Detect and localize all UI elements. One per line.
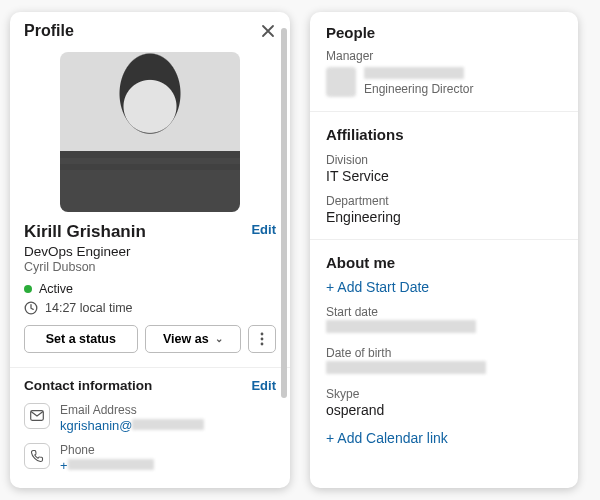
phone-icon: [24, 443, 50, 469]
email-value[interactable]: kgrishanin@: [60, 418, 204, 433]
view-as-button[interactable]: View as ⌄: [145, 325, 241, 353]
manager-row[interactable]: Engineering Director: [326, 67, 562, 97]
svg-point-2: [261, 337, 264, 340]
phone-label: Phone: [60, 443, 154, 457]
divider: [310, 239, 578, 240]
contact-phone: Phone +: [24, 443, 276, 473]
divider: [10, 367, 290, 368]
profile-panel: Profile Kirill Grishanin Edit DevOps Eng…: [10, 12, 290, 488]
presence-dot-icon: [24, 285, 32, 293]
local-time-text: 14:27 local time: [45, 301, 133, 315]
local-time-row: 14:27 local time: [24, 301, 276, 315]
view-as-label: View as: [163, 332, 209, 346]
svg-point-3: [261, 342, 264, 345]
details-panel: People Manager Engineering Director Affi…: [310, 12, 578, 488]
skype-field: Skype osperand: [326, 387, 562, 418]
email-label: Email Address: [60, 403, 204, 417]
start-date-label: Start date: [326, 305, 562, 319]
job-title: DevOps Engineer: [24, 244, 276, 259]
about-section-title: About me: [326, 254, 562, 271]
division-value: IT Service: [326, 168, 562, 184]
manager-role: Engineering Director: [364, 82, 473, 96]
people-section-title: People: [326, 24, 562, 41]
panel-title: Profile: [24, 22, 74, 40]
start-date-field: Start date: [326, 305, 562, 336]
manager-label: Manager: [326, 49, 562, 63]
scrollbar[interactable]: [281, 28, 287, 398]
profile-avatar[interactable]: [60, 52, 240, 212]
kebab-icon: [260, 332, 264, 346]
start-date-value: [326, 320, 562, 336]
panel-header: Profile: [10, 12, 290, 48]
department-value: Engineering: [326, 209, 562, 225]
svg-point-1: [261, 332, 264, 335]
phone-value[interactable]: +: [60, 458, 154, 473]
set-status-button[interactable]: Set a status: [24, 325, 138, 353]
dob-value: [326, 361, 562, 377]
edit-profile-link[interactable]: Edit: [251, 222, 276, 237]
add-start-date-link[interactable]: + Add Start Date: [326, 279, 562, 295]
edit-contact-link[interactable]: Edit: [251, 378, 276, 393]
more-actions-button[interactable]: [248, 325, 276, 353]
skype-value: osperand: [326, 402, 562, 418]
chevron-down-icon: ⌄: [215, 333, 223, 344]
affiliations-section-title: Affiliations: [326, 126, 562, 143]
display-name: Kirill Grishanin: [24, 222, 146, 242]
department-label: Department: [326, 194, 562, 208]
divider: [310, 111, 578, 112]
add-calendar-link[interactable]: + Add Calendar link: [326, 430, 562, 446]
close-button[interactable]: [260, 23, 276, 39]
name-alt: Cyril Dubson: [24, 260, 276, 274]
clock-icon: [24, 301, 38, 315]
presence-status: Active: [39, 282, 73, 296]
dob-label: Date of birth: [326, 346, 562, 360]
manager-name-redacted: [364, 67, 464, 79]
division-field: Division IT Service: [326, 153, 562, 184]
contact-section-title: Contact information: [24, 378, 152, 393]
skype-label: Skype: [326, 387, 562, 401]
manager-avatar: [326, 67, 356, 97]
department-field: Department Engineering: [326, 194, 562, 225]
email-icon: [24, 403, 50, 429]
division-label: Division: [326, 153, 562, 167]
dob-field: Date of birth: [326, 346, 562, 377]
presence-row: Active: [24, 282, 276, 296]
profile-scroll: Kirill Grishanin Edit DevOps Engineer Cy…: [10, 48, 290, 488]
contact-email: Email Address kgrishanin@: [24, 403, 276, 433]
close-icon: [260, 23, 276, 39]
